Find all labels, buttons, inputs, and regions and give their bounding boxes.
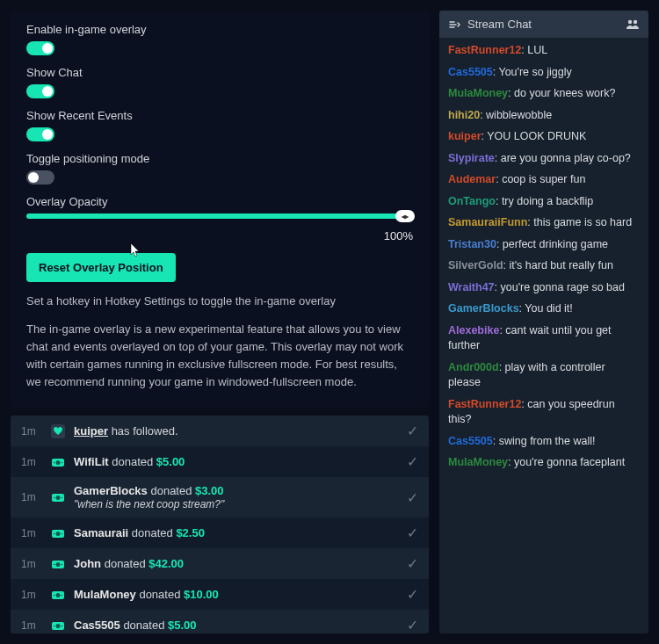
svg-point-7	[54, 497, 55, 499]
setting-positioning-mode: Toggle positioning mode	[26, 152, 413, 185]
donation-icon	[51, 455, 65, 469]
toggle-show-chat[interactable]	[26, 84, 54, 98]
check-icon[interactable]: ✓	[407, 453, 418, 470]
svg-point-8	[62, 497, 63, 499]
event-time: 1m	[21, 491, 42, 503]
opacity-slider[interactable]: ◂▸	[26, 213, 413, 219]
chat-line: Wraith47: you're gonna rage so bad	[448, 280, 640, 296]
setting-label: Toggle positioning mode	[26, 152, 413, 165]
chat-title: Stream Chat	[467, 18, 532, 31]
chat-line: OnTango: try doing a backflip	[448, 194, 640, 210]
svg-point-20	[62, 594, 63, 596]
setting-opacity: Overlay Opacity ◂▸ 100%	[26, 195, 413, 242]
chat-line: MulaMoney: do your knees work?	[448, 86, 640, 102]
event-row[interactable]: 1mSamauraii donated $2.50✓	[11, 517, 429, 548]
check-icon[interactable]: ✓	[407, 525, 418, 541]
event-row[interactable]: 1mMulaMoney donated $10.00✓	[11, 579, 429, 610]
svg-point-18	[56, 593, 61, 597]
event-row[interactable]: 1mJohn donated $42.00✓	[11, 548, 429, 579]
check-icon[interactable]: ✓	[407, 617, 418, 633]
event-time: 1m	[21, 425, 42, 438]
chat-line: Alexebike: cant wait until you get furth…	[448, 323, 640, 354]
opacity-value: 100%	[26, 229, 413, 242]
chat-line: kuiper: YOU LOOK DRUNK	[448, 129, 640, 145]
chat-line: Slypirate: are you gonna play co-op?	[448, 151, 640, 167]
chat-line: FastRunner12: can you speedrun this?	[448, 397, 640, 428]
svg-point-15	[54, 563, 55, 565]
stream-chat-panel: Stream Chat FastRunner12: LULCas5505: Yo…	[439, 11, 648, 633]
svg-point-3	[54, 461, 55, 463]
event-row[interactable]: 1mWifiLit donated $5.00✓	[11, 446, 429, 477]
heart-icon	[51, 424, 65, 438]
chat-header: Stream Chat	[439, 11, 648, 38]
chat-line: Cas5505: You're so jiggly	[448, 65, 640, 81]
chat-line: SilverGold: it's hard but really fun	[448, 258, 640, 274]
event-body: GamerBlocks donated $3.00"when is the ne…	[74, 484, 398, 510]
chat-line: FastRunner12: LUL	[448, 43, 640, 59]
event-body: John donated $42.00	[74, 557, 398, 570]
svg-point-16	[62, 563, 63, 565]
event-row[interactable]: 1mCas5505 donated $5.00✓	[11, 610, 429, 633]
setting-recent-events: Show Recent Events	[26, 109, 413, 141]
setting-show-chat: Show Chat	[26, 66, 413, 98]
event-time: 1m	[21, 558, 42, 570]
donation-icon	[51, 557, 65, 571]
event-body: WifiLit donated $5.00	[74, 455, 398, 468]
donation-icon	[51, 619, 65, 633]
donation-icon	[51, 526, 65, 540]
svg-point-6	[56, 496, 61, 500]
event-time: 1m	[21, 619, 42, 632]
overlay-description: The in-game overlay is a new experimenta…	[26, 321, 413, 392]
chat-line: Cas5505: swing from the wall!	[448, 434, 640, 450]
toggle-recent-events[interactable]	[26, 127, 54, 141]
check-icon[interactable]: ✓	[407, 586, 418, 603]
svg-point-19	[54, 594, 55, 596]
setting-overlay: Enable in-game overlay	[26, 23, 413, 55]
chat-line: GamerBlocks: You did it!	[448, 301, 640, 317]
svg-point-23	[54, 625, 55, 626]
setting-label: Show Recent Events	[26, 109, 413, 122]
viewers-icon[interactable]	[626, 18, 640, 31]
chat-line: hihi20: wibblewobble	[448, 108, 640, 124]
event-time: 1m	[21, 589, 42, 601]
chat-line: Audemar: coop is super fun	[448, 172, 640, 188]
svg-point-30	[634, 19, 637, 23]
event-body: Samauraii donated $2.50	[74, 526, 398, 539]
event-row[interactable]: 1mGamerBlocks donated $3.00"when is the …	[11, 477, 429, 517]
reset-overlay-button[interactable]: Reset Overlay Position	[26, 253, 176, 282]
event-body: Cas5505 donated $5.00	[74, 619, 398, 632]
toggle-positioning-mode[interactable]	[26, 170, 54, 185]
donation-icon	[51, 588, 65, 602]
svg-point-29	[628, 19, 632, 23]
chat-line: Andr000d: play with a controller please	[448, 360, 640, 391]
event-body: kuiper has followed.	[74, 424, 398, 438]
svg-point-12	[62, 532, 63, 534]
event-time: 1m	[21, 527, 42, 539]
svg-point-14	[56, 562, 61, 567]
svg-point-24	[62, 625, 63, 626]
chat-line: SamauraiiFunn: this game is so hard	[448, 215, 640, 231]
svg-point-22	[56, 624, 61, 628]
svg-point-2	[56, 460, 61, 465]
event-body: MulaMoney donated $10.00	[74, 588, 398, 601]
chat-body: FastRunner12: LULCas5505: You're so jigg…	[439, 38, 648, 633]
hotkey-hint: Set a hotkey in Hotkey Settings to toggl…	[26, 293, 413, 310]
check-icon[interactable]: ✓	[407, 423, 418, 439]
svg-point-10	[56, 532, 61, 536]
chat-line: Tristan30: perfect drinking game	[448, 237, 640, 253]
event-row[interactable]: 1mkuiper has followed.✓	[11, 416, 429, 446]
toggle-overlay[interactable]	[26, 41, 54, 55]
svg-point-11	[54, 532, 55, 534]
chat-collapse-icon[interactable]	[448, 18, 460, 31]
event-time: 1m	[21, 456, 42, 468]
chat-line: MulaMoney: you're gonna faceplant	[448, 455, 640, 471]
slider-thumb-icon[interactable]: ◂▸	[395, 210, 415, 222]
check-icon[interactable]: ✓	[407, 489, 418, 506]
setting-label: Overlay Opacity	[26, 195, 413, 208]
svg-point-4	[62, 461, 63, 463]
donation-icon	[51, 490, 65, 504]
setting-label: Enable in-game overlay	[26, 23, 413, 36]
settings-panel: Enable in-game overlay Show Chat Show Re…	[11, 11, 429, 407]
check-icon[interactable]: ✓	[407, 555, 418, 572]
setting-label: Show Chat	[26, 66, 413, 79]
